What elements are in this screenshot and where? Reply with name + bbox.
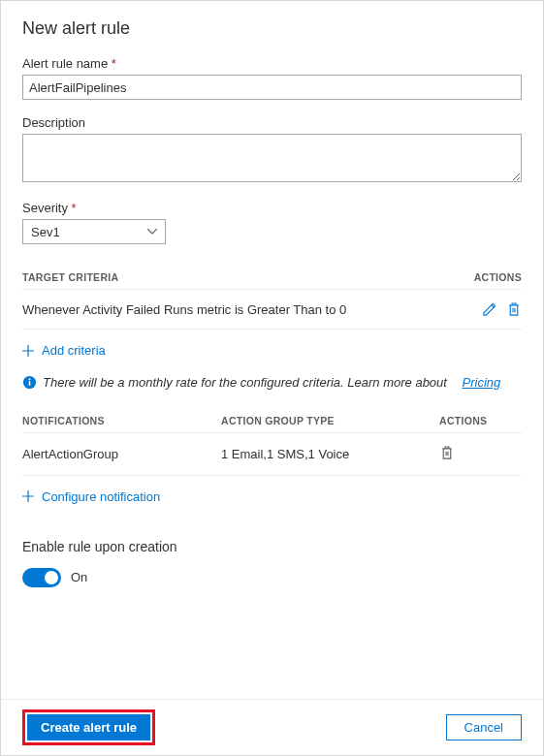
notification-row: AlertActionGroup 1 Email,1 SMS,1 Voice [22,433,522,476]
configure-notification-label: Configure notification [42,489,160,504]
severity-label: Severity * [22,201,522,215]
cancel-button[interactable]: Cancel [446,714,522,740]
delete-notification-button[interactable] [439,445,455,460]
plus-icon [22,490,34,502]
criteria-text: Whenever Activity Failed Runs metric is … [22,302,346,317]
toggle-state-label: On [71,570,87,584]
notifications-header-row: NOTIFICATIONS ACTION GROUP TYPE ACTIONS [22,415,522,426]
criteria-row: Whenever Activity Failed Runs metric is … [22,290,522,330]
pencil-icon [482,302,496,317]
highlight-box: Create alert rule [22,709,155,745]
info-icon [22,375,37,390]
notification-type: 1 Email,1 SMS,1 Voice [221,447,439,461]
configure-notification-button[interactable]: Configure notification [22,476,522,518]
new-alert-rule-panel: New alert rule Alert rule name * Descrip… [0,0,544,756]
pricing-link[interactable]: Pricing [463,375,501,390]
required-asterisk: * [112,56,116,71]
alert-rule-name-input[interactable] [22,75,522,100]
notification-name: AlertActionGroup [22,447,221,461]
name-label: Alert rule name * [22,56,522,71]
enable-rule-label: Enable rule upon creation [22,539,522,554]
name-label-text: Alert rule name [22,56,108,71]
required-asterisk: * [72,201,77,215]
create-alert-rule-button[interactable]: Create alert rule [27,714,150,740]
action-group-type-header: ACTION GROUP TYPE [221,415,439,426]
description-label: Description [22,115,522,130]
description-textarea[interactable] [22,134,522,182]
plus-icon [22,345,34,357]
add-criteria-button[interactable]: Add criteria [22,330,522,371]
footer: Create alert rule Cancel [1,699,543,755]
notifications-header: NOTIFICATIONS [22,415,221,426]
severity-label-text: Severity [22,201,68,215]
chevron-down-icon [147,229,157,235]
trash-icon [507,302,521,317]
svg-rect-2 [29,381,31,386]
toggle-thumb [45,571,58,584]
delete-criteria-button[interactable] [506,301,522,317]
enable-toggle[interactable] [22,568,61,587]
notif-actions-header: ACTIONS [439,415,522,426]
info-text: There will be a monthly rate for the con… [43,375,447,390]
criteria-actions-header: ACTIONS [474,271,522,283]
severity-value: Sev1 [31,225,60,239]
severity-select[interactable]: Sev1 [22,219,166,244]
pricing-info-row: There will be a monthly rate for the con… [22,375,522,390]
edit-criteria-button[interactable] [481,301,496,317]
svg-point-1 [29,378,31,380]
page-title: New alert rule [22,18,522,39]
target-criteria-header: TARGET CRITERIA [22,271,118,283]
add-criteria-label: Add criteria [42,343,106,358]
trash-icon [440,446,454,460]
